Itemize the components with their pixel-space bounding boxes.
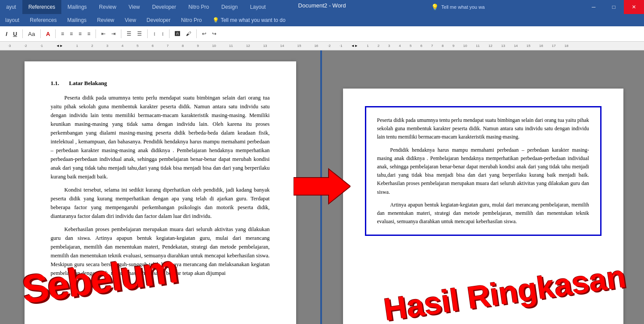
increase-indent-button[interactable]: ⇥ bbox=[109, 30, 118, 38]
right-tab-nitro[interactable]: Nitro Pro bbox=[176, 14, 207, 26]
tab-mailings[interactable]: Mailings bbox=[61, 0, 93, 14]
section-number: 1.1. bbox=[51, 79, 64, 88]
separator-2 bbox=[40, 29, 41, 38]
paragraph-3: Keberhasilan proses pembelajaran merupak… bbox=[51, 225, 270, 278]
doc-body: Peserta didik pada umumnya tentu perlu m… bbox=[51, 93, 270, 278]
numbering-button[interactable]: ☰ bbox=[135, 30, 144, 38]
align-justify-button[interactable]: ≡ bbox=[85, 30, 92, 38]
styles-button[interactable]: 🅰 bbox=[173, 30, 182, 38]
undo-button[interactable]: ↩ bbox=[200, 30, 209, 38]
doc-heading: 1.1. Latar Belakang bbox=[51, 79, 270, 88]
tab-view[interactable]: View bbox=[122, 0, 146, 14]
line-spacing-button[interactable]: ↕ bbox=[151, 30, 158, 38]
right-tab-view[interactable]: View bbox=[120, 14, 142, 26]
tab-nitro[interactable]: Nitro Pro bbox=[182, 0, 215, 14]
minimize-button[interactable]: ─ bbox=[584, 0, 604, 14]
paragraph-2: Kondisi tersebut, selama ini sedikit kur… bbox=[51, 185, 270, 221]
lightbulb-icon: 💡 bbox=[431, 4, 439, 11]
right-tab-references[interactable]: References bbox=[25, 14, 62, 26]
tab-layout[interactable]: Layout bbox=[244, 0, 272, 14]
separator-4 bbox=[96, 29, 96, 38]
document-title: Document2 - Word bbox=[298, 2, 346, 9]
font-size-aa[interactable]: Aa bbox=[26, 30, 37, 38]
window-controls: ─ □ ✕ bbox=[584, 0, 644, 14]
right-tab-review[interactable]: Review bbox=[92, 14, 119, 26]
paragraph-1: Peserta didik pada umumnya tentu perlu m… bbox=[51, 93, 270, 181]
separator-8 bbox=[196, 29, 197, 38]
right-pane: Peserta didik pada umumnya tentu perlu m… bbox=[322, 50, 644, 324]
summary-para-2: Pendidik hendaknya harus mampu memahami … bbox=[377, 146, 589, 196]
align-right-button[interactable]: ≡ bbox=[76, 30, 84, 38]
original-document: 1.1. Latar Belakang Peserta didik pada u… bbox=[25, 61, 296, 324]
separator-7 bbox=[169, 29, 170, 38]
font-color-button[interactable]: A bbox=[44, 30, 52, 38]
tab-references[interactable]: References bbox=[22, 0, 61, 14]
redo-button[interactable]: ↪ bbox=[210, 30, 219, 38]
right-tab-layout[interactable]: layout bbox=[0, 14, 25, 26]
close-button[interactable]: ✕ bbox=[624, 0, 644, 14]
decrease-indent-button[interactable]: ⇤ bbox=[99, 30, 108, 38]
right-ruler: ·2·1 ◄► 123 456 789 101112 131415 161718 bbox=[322, 42, 644, 50]
separator-3 bbox=[55, 29, 56, 38]
right-lightbulb-icon: 💡 bbox=[212, 17, 219, 23]
ribbon-tabs-left: ayut References Mailings Review View Dev… bbox=[0, 0, 272, 14]
title-bar: ayut References Mailings Review View Dev… bbox=[0, 0, 644, 14]
summary-document: Peserta didik pada umumnya tentu perlu m… bbox=[343, 89, 623, 324]
italic-button[interactable]: I bbox=[4, 30, 10, 38]
tab-developer[interactable]: Developer bbox=[146, 0, 182, 14]
summary-box: Peserta didik pada umumnya tentu perlu m… bbox=[365, 106, 602, 236]
tab-ayut[interactable]: ayut bbox=[0, 0, 22, 14]
tab-design[interactable]: Design bbox=[215, 0, 244, 14]
paragraph-spacing-button[interactable]: ↕ bbox=[159, 30, 166, 38]
format-painter-button[interactable]: 🖌 bbox=[184, 30, 193, 38]
separator-6 bbox=[147, 29, 148, 38]
align-center-button[interactable]: ≡ bbox=[67, 30, 75, 38]
right-tab-developer[interactable]: Developer bbox=[142, 14, 176, 26]
summary-para-1: Peserta didik pada umumnya tentu perlu m… bbox=[377, 116, 589, 142]
left-ruler: ·3·2·1 ◄► 123 456 789 101112 131415 1617 bbox=[0, 42, 322, 50]
separator-5 bbox=[121, 29, 121, 38]
underline-button[interactable]: U bbox=[11, 30, 19, 38]
left-pane: 1.1. Latar Belakang Peserta didik pada u… bbox=[0, 50, 322, 324]
align-left-button[interactable]: ≡ bbox=[59, 30, 66, 38]
right-tell-me[interactable]: 💡 Tell me what you want to do bbox=[207, 14, 291, 26]
tell-me-label[interactable]: Tell me what you wa bbox=[441, 4, 485, 10]
ribbon-tools-bar: I U Aa A ≡ ≡ ≡ ≡ ⇤ ⇥ ☰ ☰ ↕ ↕ 🅰 🖌 ↩ ↪ bbox=[0, 26, 644, 42]
bullets-button[interactable]: ☰ bbox=[124, 30, 134, 38]
section-title: Latar Belakang bbox=[69, 79, 107, 88]
main-area: 1.1. Latar Belakang Peserta didik pada u… bbox=[0, 50, 644, 324]
summary-para-3: Artinya apapun bentuk kegiatan-kegiatan … bbox=[377, 201, 589, 226]
tab-review[interactable]: Review bbox=[93, 0, 122, 14]
separator-1 bbox=[22, 29, 23, 38]
maximize-button[interactable]: □ bbox=[604, 0, 624, 14]
secondary-ribbon-tabs: layout References Mailings Review View D… bbox=[0, 14, 644, 26]
right-tab-mailings[interactable]: Mailings bbox=[62, 14, 92, 26]
